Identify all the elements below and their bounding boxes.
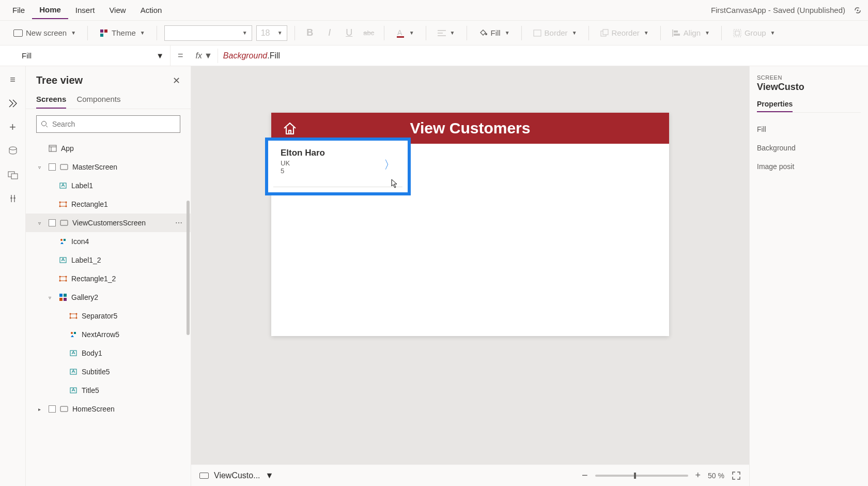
tree-item-viewcustomersscreen[interactable]: ▿ViewCustomersScreen⋯ — [26, 214, 191, 232]
font-color-icon: A — [396, 28, 405, 38]
italic-button[interactable]: I — [322, 27, 337, 38]
app-screen[interactable]: View Customers Elton Haro UK 5 〉 — [271, 113, 669, 336]
tree-item-icon4[interactable]: Icon4 — [26, 232, 191, 251]
gallery-title[interactable]: Elton Haro — [281, 148, 398, 158]
gallery-body[interactable]: 5 — [281, 167, 398, 175]
tree-item-app[interactable]: App — [26, 139, 191, 158]
zoom-slider[interactable] — [595, 475, 688, 477]
tree-title: Tree view — [36, 74, 83, 86]
caret-down-icon[interactable]: ▿ — [38, 220, 44, 226]
formula-input[interactable]: Background.Fill — [218, 51, 868, 60]
tab-screens[interactable]: Screens — [36, 95, 66, 109]
theme-button[interactable]: Theme ▼ — [95, 25, 149, 41]
group-button[interactable]: Group ▼ — [729, 25, 780, 40]
caret-down-icon[interactable]: ▿ — [49, 295, 55, 300]
tree-item-title5[interactable]: Title5 — [26, 381, 191, 400]
screen-icon — [60, 163, 68, 171]
menu-action[interactable]: Action — [133, 2, 169, 19]
text-align-button[interactable]: ▼ — [433, 26, 459, 40]
tree-list: App▿MasterScreenLabel1Rectangle1▿ViewCus… — [26, 139, 191, 486]
gallery-subtitle[interactable]: UK — [281, 159, 398, 167]
border-button[interactable]: Border ▼ — [529, 25, 581, 40]
gallery-item[interactable]: Elton Haro UK 5 〉 — [268, 141, 408, 192]
tree-item-label: Label1_2 — [71, 256, 101, 264]
svg-point-39 — [66, 276, 67, 278]
fullscreen-button[interactable] — [732, 471, 741, 480]
tree-item-label: Body1 — [82, 349, 102, 357]
media-rail-button[interactable] — [7, 169, 19, 181]
zoom-unit: % — [718, 472, 724, 480]
font-color-button[interactable]: A ▼ — [392, 25, 419, 41]
canvas-inner[interactable]: View Customers Elton Haro UK 5 〉 — [191, 66, 749, 464]
diagnostics-icon[interactable] — [850, 4, 863, 17]
new-screen-button[interactable]: New screen ▼ — [9, 25, 80, 40]
more-icon[interactable]: ⋯ — [175, 219, 182, 227]
menu-file[interactable]: File — [5, 2, 32, 19]
tree-item-separator5[interactable]: Separator5 — [26, 307, 191, 325]
font-size-select[interactable]: 18▼ — [256, 25, 287, 41]
search-box[interactable] — [36, 115, 180, 133]
prop-row-image-position[interactable]: Image posit — [757, 157, 861, 176]
border-label: Border — [545, 28, 568, 37]
svg-point-29 — [59, 202, 61, 203]
prop-row-background[interactable]: Background — [757, 139, 861, 157]
svg-rect-26 — [60, 164, 68, 170]
svg-point-41 — [66, 280, 67, 282]
menu-insert[interactable]: Insert — [68, 2, 102, 19]
canvas-area: View Customers Elton Haro UK 5 〉 — [191, 66, 749, 486]
tree-item-body1[interactable]: Body1 — [26, 344, 191, 362]
scrollbar[interactable] — [185, 201, 191, 449]
strikethrough-button[interactable]: abc — [361, 29, 377, 37]
tree-item-masterscreen[interactable]: ▿MasterScreen — [26, 158, 191, 176]
underline-button[interactable]: U — [342, 27, 357, 38]
tab-components[interactable]: Components — [76, 95, 120, 109]
bold-button[interactable]: B — [302, 27, 318, 38]
chevron-down-icon[interactable]: ▼ — [266, 471, 274, 480]
tree-item-label1[interactable]: Label1 — [26, 176, 191, 195]
checkbox[interactable] — [49, 405, 56, 413]
separator — [660, 26, 661, 40]
tools-rail-button[interactable] — [7, 192, 19, 205]
prop-row-fill[interactable]: Fill — [757, 120, 861, 139]
align-button[interactable]: Align ▼ — [668, 25, 714, 40]
menu-view[interactable]: View — [102, 2, 133, 19]
svg-point-0 — [857, 9, 859, 11]
zoom-out-button[interactable]: − — [582, 469, 588, 481]
rect-icon — [59, 200, 67, 208]
tree-item-rectangle1[interactable]: Rectangle1 — [26, 195, 191, 214]
svg-point-30 — [66, 202, 67, 203]
fx-button[interactable]: fx ▼ — [191, 51, 218, 60]
menu-home[interactable]: Home — [32, 1, 68, 19]
next-arrow-icon[interactable]: 〉 — [384, 157, 395, 173]
reorder-button[interactable]: Reorder ▼ — [596, 25, 653, 40]
tree-item-label: MasterScreen — [72, 163, 117, 171]
font-select[interactable]: ▼ — [164, 25, 252, 41]
gallery-separator[interactable] — [273, 187, 402, 187]
tab-properties[interactable]: Properties — [757, 100, 793, 112]
caret-right-icon[interactable]: ▸ — [38, 406, 44, 412]
svg-point-49 — [70, 317, 71, 319]
caret-down-icon[interactable]: ▿ — [38, 164, 44, 170]
checkbox[interactable] — [49, 163, 56, 171]
hamburger-button[interactable]: ≡ — [7, 73, 19, 86]
data-rail-button[interactable] — [7, 145, 19, 157]
tree-item-subtitle5[interactable]: Subtitle5 — [26, 362, 191, 381]
tree-item-gallery2[interactable]: ▿Gallery2 — [26, 288, 191, 307]
svg-rect-56 — [60, 406, 68, 412]
home-icon[interactable] — [282, 120, 298, 136]
zoom-in-button[interactable]: + — [695, 470, 701, 481]
app-header-title[interactable]: View Customers — [271, 119, 669, 137]
close-panel-button[interactable]: ✕ — [173, 75, 180, 86]
insert-rail-button[interactable]: + — [7, 121, 19, 133]
search-input[interactable] — [52, 120, 176, 128]
checkbox[interactable] — [49, 219, 56, 226]
treeview-rail-button[interactable] — [7, 97, 19, 110]
tree-item-rectangle1_2[interactable]: Rectangle1_2 — [26, 269, 191, 288]
gallery-template-selection[interactable]: Elton Haro UK 5 〉 — [265, 138, 411, 195]
tree-item-nextarrow5[interactable]: NextArrow5 — [26, 325, 191, 344]
tree-item-label1_2[interactable]: Label1_2 — [26, 251, 191, 269]
tree-item-homescreen[interactable]: ▸HomeScreen — [26, 400, 191, 418]
fill-button[interactable]: Fill ▼ — [474, 25, 514, 41]
property-select[interactable]: Fill ▼ — [16, 45, 171, 66]
footer-screen-name[interactable]: ViewCusto... — [214, 471, 260, 480]
